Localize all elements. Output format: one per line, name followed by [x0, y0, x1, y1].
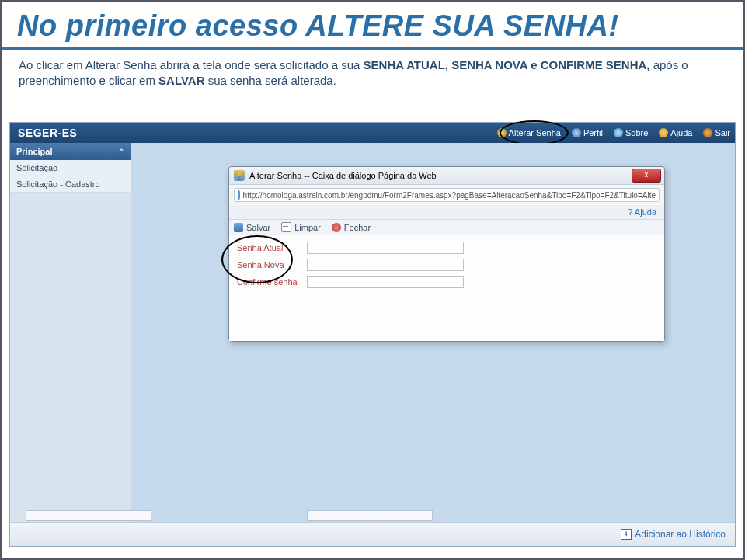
main-area: Alterar Senha -- Caixa de diálogo Página…: [131, 143, 735, 523]
sidebar-header-label: Principal: [16, 147, 52, 156]
adicionar-historico-link[interactable]: + Adicionar ao Histórico: [621, 529, 726, 540]
status-box-right: [307, 510, 433, 521]
clear-icon: [281, 222, 291, 232]
perfil-icon: [572, 128, 581, 137]
historico-label: Adicionar ao Histórico: [635, 529, 726, 540]
body-pre: Ao clicar em Alterar Senha abrirá a tela…: [19, 58, 364, 71]
input-senha-atual[interactable]: [307, 242, 464, 254]
sair-label: Sair: [715, 128, 730, 137]
input-confirme-senha[interactable]: [307, 276, 464, 288]
status-small-boxes: [26, 510, 433, 521]
sidebar-item-label: Solicitação - Cadastro: [16, 179, 100, 189]
input-senha-nova[interactable]: [307, 259, 464, 271]
close-round-icon: [332, 223, 341, 232]
sidebar-item-solicitacao[interactable]: Solicitação: [10, 160, 131, 176]
app-topbar: SEGER-ES Alterar Senha Perfil Sobre Ajud…: [10, 123, 735, 143]
sidebar-item-label: Solicitação: [16, 163, 57, 172]
ajuda-link[interactable]: Ajuda: [659, 128, 692, 137]
fechar-button[interactable]: Fechar: [332, 222, 371, 232]
perfil-link[interactable]: Perfil: [572, 128, 603, 137]
browser-icon: [238, 190, 240, 200]
body-bold2: SALVAR: [158, 74, 208, 87]
status-box-left: [26, 510, 151, 521]
app-footer: + Adicionar ao Histórico: [10, 522, 735, 546]
dialog-help-link[interactable]: ? Ajuda: [229, 205, 664, 220]
ie-icon: [234, 170, 245, 181]
salvar-label: Salvar: [246, 223, 270, 232]
ajuda-label: Ajuda: [670, 128, 692, 137]
fechar-label: Fechar: [344, 223, 371, 232]
form-row-senha-atual: Senha Atual: [237, 242, 656, 254]
sobre-link[interactable]: Sobre: [614, 128, 648, 137]
dialog-title-text: Alterar Senha -- Caixa de diálogo Página…: [249, 171, 437, 180]
sidebar-item-solicitacao-cadastro[interactable]: Solicitação - Cadastro: [10, 176, 131, 193]
app-brand: SEGER-ES: [10, 127, 85, 139]
form-row-senha-nova: Senha Nova: [237, 259, 656, 271]
close-icon: x: [645, 170, 649, 179]
label-senha-atual: Senha Atual: [237, 243, 307, 252]
label-confirme-senha: Confirme senha: [237, 277, 307, 287]
body-end: sua senha será alterada.: [208, 74, 336, 87]
limpar-label: Limpar: [294, 223, 321, 232]
slide-body: Ao clicar em Alterar Senha abrirá a tela…: [2, 53, 743, 96]
exit-icon: [703, 128, 712, 137]
body-bold1: SENHA ATUAL, SENHA NOVA e CONFIRME SENHA…: [364, 58, 653, 71]
dialog-help-label: ? Ajuda: [628, 207, 656, 217]
dialog-url-bar[interactable]: http://homologa.astrein.com.br/engpdmu/F…: [234, 188, 660, 202]
info-icon: [614, 128, 623, 137]
sobre-label: Sobre: [625, 128, 648, 137]
save-icon: [234, 223, 243, 232]
chevron-up-icon: ⌃: [118, 148, 124, 156]
help-icon: [659, 128, 668, 137]
alterar-senha-dialog: Alterar Senha -- Caixa de diálogo Página…: [228, 166, 665, 342]
form-row-confirme-senha: Confirme senha: [237, 276, 656, 288]
sidebar: Principal ⌃ Solicitação Solicitação - Ca…: [10, 143, 131, 523]
highlight-circle-topbar: [500, 120, 569, 145]
dialog-titlebar: Alterar Senha -- Caixa de diálogo Página…: [229, 167, 664, 185]
slide-title: No primeiro acesso ALTERE SUA SENHA!: [17, 9, 619, 42]
salvar-button[interactable]: Salvar: [234, 222, 270, 232]
dialog-toolbar: Salvar Limpar Fechar: [229, 220, 664, 235]
limpar-button[interactable]: Limpar: [281, 222, 321, 232]
slide-title-bar: No primeiro acesso ALTERE SUA SENHA!: [2, 2, 743, 50]
perfil-label: Perfil: [583, 128, 603, 137]
sidebar-header[interactable]: Principal ⌃: [10, 143, 131, 160]
app-screenshot: SEGER-ES Alterar Senha Perfil Sobre Ajud…: [9, 122, 736, 547]
plus-icon: +: [621, 529, 632, 540]
sair-link[interactable]: Sair: [703, 128, 730, 137]
dialog-body: Senha Atual Senha Nova Confirme senha: [229, 235, 664, 341]
label-senha-nova: Senha Nova: [237, 260, 307, 270]
dialog-url-text: http://homologa.astrein.com.br/engpdmu/F…: [243, 191, 656, 200]
dialog-close-button[interactable]: x: [632, 169, 661, 183]
